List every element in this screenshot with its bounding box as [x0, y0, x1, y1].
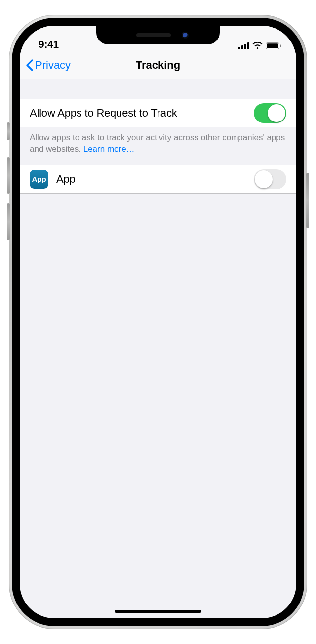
- screen: 9:41: [20, 26, 296, 618]
- app-tracking-row: App App: [20, 165, 296, 194]
- allow-apps-to-track-row: Allow Apps to Request to Track: [20, 99, 296, 127]
- status-icons: [238, 42, 281, 50]
- svg-rect-1: [241, 45, 243, 49]
- cellular-icon: [238, 42, 249, 49]
- front-camera: [182, 32, 189, 39]
- svg-rect-3: [247, 42, 249, 49]
- status-time: 9:41: [39, 39, 59, 50]
- app-name-label: App: [56, 173, 76, 186]
- svg-rect-5: [267, 43, 278, 48]
- volume-down-button: [7, 203, 10, 240]
- settings-content: Allow Apps to Request to Track Allow app…: [20, 79, 296, 194]
- app-tracking-switch[interactable]: [254, 169, 286, 189]
- app-icon: App: [30, 170, 48, 189]
- mute-switch: [7, 122, 10, 140]
- back-button[interactable]: Privacy: [26, 51, 71, 79]
- footer-description: Allow apps to ask to track your activity…: [30, 133, 285, 154]
- page-title: Tracking: [136, 59, 180, 72]
- phone-bezel: 9:41: [12, 18, 304, 626]
- chevron-left-icon: [26, 59, 33, 71]
- home-indicator[interactable]: [115, 610, 201, 613]
- back-label: Privacy: [35, 59, 71, 72]
- svg-rect-2: [244, 44, 246, 49]
- nav-bar: Privacy Tracking: [20, 51, 296, 79]
- app-icon-label: App: [32, 175, 46, 183]
- svg-rect-0: [238, 47, 240, 49]
- notch: [96, 26, 220, 44]
- svg-rect-6: [280, 44, 281, 47]
- switch-knob: [268, 104, 285, 122]
- allow-apps-to-track-switch[interactable]: [254, 103, 286, 123]
- section-footer: Allow apps to ask to track your activity…: [20, 127, 296, 165]
- battery-icon: [266, 42, 281, 49]
- switch-knob: [255, 170, 273, 188]
- phone-shell: 9:41: [9, 15, 307, 629]
- earpiece-speaker: [136, 33, 171, 37]
- volume-up-button: [7, 157, 10, 194]
- wifi-icon: [252, 42, 263, 49]
- learn-more-link[interactable]: Learn more…: [83, 144, 135, 154]
- allow-apps-to-track-label: Allow Apps to Request to Track: [30, 107, 177, 120]
